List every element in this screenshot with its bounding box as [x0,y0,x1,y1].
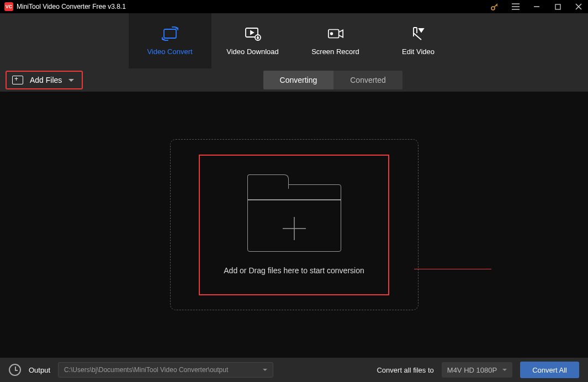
tab-label: Video Convert [147,47,192,56]
title-bar: VC MiniTool Video Converter Free v3.8.1 [0,0,588,13]
add-files-label: Add Files [30,76,62,84]
tab-video-download[interactable]: Video Download [211,13,294,68]
output-label: Output [29,366,50,374]
footer-bar: Output C:\Users\bj\Documents\MiniTool Vi… [0,358,588,382]
segment-converted[interactable]: Converted [333,71,402,89]
tab-label: Screen Record [311,47,359,56]
tab-edit-video[interactable]: Edit Video [377,13,460,68]
chevron-down-icon [68,79,74,82]
convert-all-label: Convert all files to [377,366,433,374]
close-button[interactable] [574,2,584,12]
record-icon [327,26,344,41]
convert-all-button[interactable]: Convert All [520,362,579,378]
chevron-down-icon [263,369,267,371]
dropzone-text: Add or Drag files here to start conversi… [224,266,364,275]
toolbar: Add Files Converting Converted [0,68,588,92]
format-selected-text: M4V HD 1080P [447,366,497,374]
add-files-button[interactable]: Add Files [6,71,83,89]
tab-label: Edit Video [402,47,435,56]
minimize-button[interactable] [532,2,542,12]
dropzone[interactable]: Add or Drag files here to start conversi… [199,155,389,295]
window-title: MiniTool Video Converter Free v3.8.1 [17,3,490,10]
format-select[interactable]: M4V HD 1080P [442,362,512,378]
edit-icon [410,26,427,41]
chevron-down-icon [502,369,507,371]
output-path-select[interactable]: C:\Users\bj\Documents\MiniTool Video Con… [58,362,273,378]
svg-rect-5 [328,29,338,38]
tab-screen-record[interactable]: Screen Record [294,13,377,68]
svg-point-6 [330,33,332,35]
menu-icon[interactable] [511,2,521,12]
status-segment: Converting Converted [263,71,402,89]
accent-line [414,269,491,269]
folder-add-icon [247,174,341,252]
main-tabs: Video Convert Video Download Screen Reco… [0,13,588,68]
tab-video-convert[interactable]: Video Convert [129,13,211,68]
maximize-button[interactable] [553,2,563,12]
convert-icon [162,26,178,41]
tab-label: Video Download [226,47,278,56]
dropzone-dashed: Add or Drag files here to start conversi… [170,139,419,310]
svg-rect-2 [164,29,176,38]
key-icon[interactable] [490,2,500,12]
clock-icon[interactable] [9,364,21,376]
download-icon [245,26,261,41]
output-path-text: C:\Users\bj\Documents\MiniTool Video Con… [64,366,228,374]
svg-rect-1 [555,4,560,9]
add-folder-icon [12,76,23,84]
segment-converting[interactable]: Converting [263,71,334,89]
workspace: Add or Drag files here to start conversi… [0,92,588,358]
app-window: VC MiniTool Video Converter Free v3.8.1 [0,0,588,382]
app-logo-icon: VC [4,2,13,11]
